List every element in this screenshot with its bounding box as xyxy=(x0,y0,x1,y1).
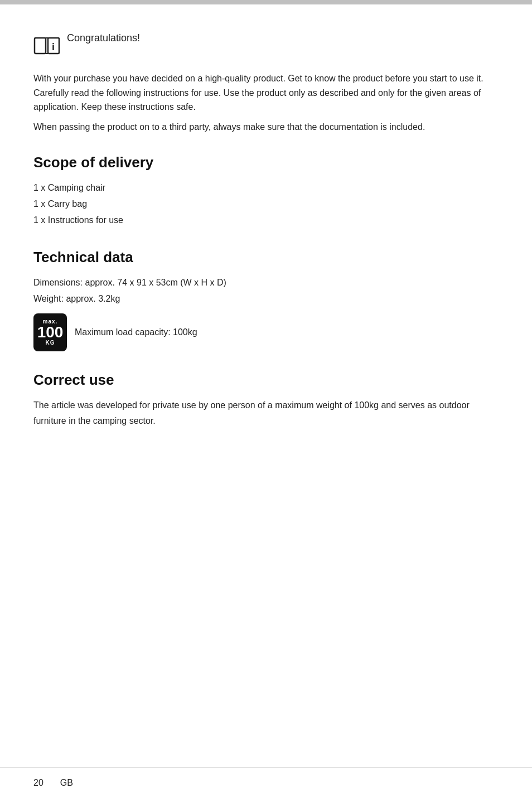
dimensions-text: Dimensions: approx. 74 x 91 x 53cm (W x … xyxy=(33,275,499,291)
list-item: 1 x Carry bag xyxy=(33,196,499,212)
language-code: GB xyxy=(60,778,73,788)
congratulations-text: Congratulations! xyxy=(67,32,499,44)
correct-use-paragraph: The article was developed for private us… xyxy=(33,398,499,428)
main-content: i Congratulations! With your purchase yo… xyxy=(0,4,532,767)
max-badge: max. 100 KG xyxy=(33,313,67,351)
footer: 20 GB xyxy=(0,767,532,798)
correct-use-section: Correct use The article was developed fo… xyxy=(33,371,499,428)
delivery-list: 1 x Camping chair 1 x Carry bag 1 x Inst… xyxy=(33,180,499,228)
intro-paragraph-1: With your purchase you have decided on a… xyxy=(33,71,499,114)
technical-heading: Technical data xyxy=(33,249,499,266)
weight-text: Weight: approx. 3.2kg xyxy=(33,291,499,307)
list-item: 1 x Camping chair xyxy=(33,180,499,196)
top-bar xyxy=(0,0,532,4)
svg-text:i: i xyxy=(52,41,55,52)
svg-rect-0 xyxy=(35,38,46,54)
tech-data-block: Dimensions: approx. 74 x 91 x 53cm (W x … xyxy=(33,275,499,352)
intro-section: i Congratulations! xyxy=(33,32,499,60)
page-number: 20 xyxy=(33,778,43,788)
capacity-label: Maximum load capacity: 100kg xyxy=(75,327,197,337)
intro-text-block: Congratulations! xyxy=(67,32,499,49)
page: i Congratulations! With your purchase yo… xyxy=(0,0,532,798)
list-item: 1 x Instructions for use xyxy=(33,212,499,229)
info-icon: i xyxy=(33,33,60,60)
badge-kg-label: KG xyxy=(46,340,55,346)
correct-use-heading: Correct use xyxy=(33,371,499,389)
scope-heading: Scope of delivery xyxy=(33,154,499,171)
intro-paragraph-2: When passing the product on to a third p… xyxy=(33,120,499,134)
badge-number: 100 xyxy=(37,325,64,340)
max-capacity-row: max. 100 KG Maximum load capacity: 100kg xyxy=(33,313,499,351)
